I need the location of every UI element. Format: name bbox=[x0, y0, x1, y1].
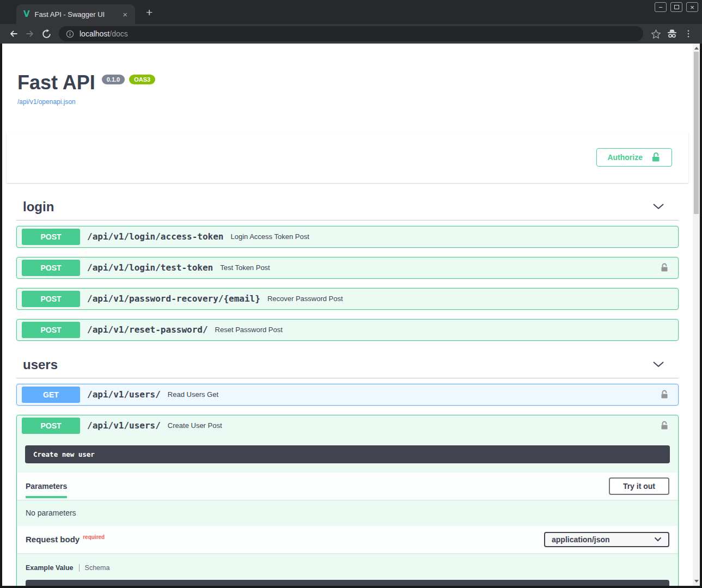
opblock-reset-password: POST /api/v1/reset-password/ Reset Passw… bbox=[16, 319, 679, 341]
scrollbar[interactable] bbox=[693, 44, 700, 586]
url-host: localhost bbox=[80, 29, 109, 38]
method-badge: POST bbox=[22, 418, 80, 434]
method-badge: POST bbox=[22, 322, 80, 338]
new-tab-button[interactable]: + bbox=[144, 7, 155, 18]
opblock-create-user: POST /api/v1/users/ Create User Post Cre… bbox=[16, 415, 679, 586]
operations-wrapper: login POST /api/v1/login/access-token Lo… bbox=[2, 194, 693, 586]
auth-lock-button[interactable] bbox=[660, 262, 669, 273]
reload-button[interactable] bbox=[38, 26, 54, 42]
kebab-menu-icon bbox=[683, 28, 693, 39]
auth-lock-button[interactable] bbox=[660, 389, 669, 400]
close-window-button[interactable]: × bbox=[686, 2, 698, 12]
media-type-select[interactable]: application/json bbox=[544, 532, 669, 547]
tag-title-users: users bbox=[23, 357, 58, 372]
no-parameters-text: No parameters bbox=[17, 500, 678, 526]
unlock-icon bbox=[660, 420, 669, 431]
request-body-header: Request bodyrequired application/json bbox=[17, 526, 678, 553]
endpoint-row[interactable]: POST /api/v1/password-recovery/{email} R… bbox=[17, 289, 678, 309]
tab-divider bbox=[79, 564, 80, 572]
tab-schema[interactable]: Schema bbox=[85, 564, 110, 572]
operation-body: Create new user Parameters Try it out No… bbox=[17, 445, 678, 586]
endpoint-row[interactable]: POST /api/v1/users/ Create User Post bbox=[17, 415, 678, 436]
endpoint-path: /api/v1/users/ bbox=[87, 389, 161, 400]
version-badge: 0.1.0 bbox=[102, 75, 125, 84]
endpoint-summary: Login Access Token Post bbox=[230, 232, 309, 241]
site-info-icon[interactable] bbox=[65, 29, 75, 39]
profile-button[interactable] bbox=[664, 26, 680, 42]
endpoint-row[interactable]: GET /api/v1/users/ Read Users Get bbox=[17, 384, 678, 405]
address-bar[interactable]: localhost/docs bbox=[59, 26, 643, 41]
opblock-login-test-token: POST /api/v1/login/test-token Test Token… bbox=[16, 257, 679, 279]
api-info: Fast API 0.1.0 OAS3 /api/v1/openapi.json bbox=[2, 44, 693, 106]
tab-close-icon[interactable]: × bbox=[120, 9, 130, 20]
method-badge: POST bbox=[22, 260, 80, 276]
endpoint-summary: Test Token Post bbox=[220, 264, 270, 272]
tab-title: Fast API - Swagger UI bbox=[35, 10, 116, 19]
unlock-icon bbox=[650, 152, 661, 163]
request-body-label: Request body bbox=[26, 535, 80, 544]
opblock-password-recovery: POST /api/v1/password-recovery/{email} R… bbox=[16, 288, 679, 310]
incognito-icon bbox=[666, 28, 678, 39]
browser-menu-button[interactable] bbox=[680, 26, 697, 42]
collapse-users-button[interactable] bbox=[645, 359, 672, 371]
scroll-down-arrow-icon[interactable] bbox=[694, 580, 699, 583]
tab-example-value[interactable]: Example Value bbox=[26, 564, 74, 572]
endpoint-path: /api/v1/login/access-token bbox=[87, 231, 223, 242]
opblock-read-users: GET /api/v1/users/ Read Users Get bbox=[16, 384, 679, 406]
tag-header-users[interactable]: users bbox=[16, 352, 679, 378]
openapi-spec-link[interactable]: /api/v1/openapi.json bbox=[17, 98, 76, 106]
endpoint-path: /api/v1/login/test-token bbox=[87, 262, 213, 273]
unlock-icon bbox=[660, 389, 669, 400]
endpoint-path: /api/v1/password-recovery/{email} bbox=[87, 293, 260, 304]
collapse-login-button[interactable] bbox=[645, 201, 672, 213]
method-badge: POST bbox=[22, 229, 80, 245]
minimize-button[interactable]: − bbox=[655, 2, 667, 12]
method-badge: POST bbox=[22, 291, 80, 307]
back-button[interactable] bbox=[5, 26, 22, 42]
bookmark-button[interactable] bbox=[648, 26, 664, 42]
endpoint-summary: Read Users Get bbox=[168, 390, 218, 399]
endpoint-row[interactable]: POST /api/v1/login/access-token Login Ac… bbox=[17, 226, 678, 247]
endpoint-path: /api/v1/reset-password/ bbox=[87, 324, 208, 335]
endpoint-summary: Reset Password Post bbox=[215, 326, 283, 334]
forward-button[interactable] bbox=[22, 26, 38, 42]
operation-description: Create new user bbox=[25, 445, 670, 463]
auth-lock-button[interactable] bbox=[660, 420, 669, 431]
media-type-value: application/json bbox=[552, 535, 610, 544]
endpoint-summary: Create User Post bbox=[168, 421, 222, 430]
scrollbar-thumb[interactable] bbox=[694, 52, 699, 214]
star-icon bbox=[651, 29, 661, 39]
fastapi-favicon-icon: V bbox=[23, 9, 30, 19]
tag-title-login: login bbox=[23, 199, 54, 215]
parameters-title: Parameters bbox=[26, 474, 67, 498]
scroll-up-arrow-icon[interactable] bbox=[694, 47, 699, 50]
required-flag: required bbox=[83, 534, 105, 540]
endpoint-row[interactable]: POST /api/v1/login/test-token Test Token… bbox=[17, 258, 678, 278]
reload-icon bbox=[41, 29, 52, 39]
browser-tab[interactable]: V Fast API - Swagger UI × bbox=[16, 4, 135, 24]
browser-toolbar: localhost/docs bbox=[0, 24, 702, 44]
forward-arrow-icon bbox=[25, 28, 35, 39]
endpoint-path: /api/v1/users/ bbox=[87, 420, 161, 431]
url-text: localhost/docs bbox=[80, 29, 128, 39]
swagger-content: Fast API 0.1.0 OAS3 /api/v1/openapi.json… bbox=[2, 44, 693, 586]
title-badges: 0.1.0 OAS3 bbox=[102, 75, 155, 84]
page-title: Fast API bbox=[17, 72, 95, 94]
authorize-button[interactable]: Authorize bbox=[596, 148, 672, 167]
endpoint-row[interactable]: POST /api/v1/reset-password/ Reset Passw… bbox=[17, 320, 678, 340]
model-example-section: Example Value Schema { bbox=[17, 553, 678, 586]
tag-header-login[interactable]: login bbox=[16, 194, 679, 220]
example-tabs: Example Value Schema bbox=[26, 564, 669, 572]
chevron-down-icon bbox=[654, 537, 662, 542]
browser-titlebar: V Fast API - Swagger UI × + − × bbox=[0, 0, 702, 24]
unlock-icon bbox=[660, 262, 669, 273]
opblock-login-access-token: POST /api/v1/login/access-token Login Ac… bbox=[16, 226, 679, 248]
scheme-container: Authorize bbox=[7, 132, 688, 183]
endpoint-summary: Recover Password Post bbox=[267, 295, 343, 303]
oas3-badge: OAS3 bbox=[129, 75, 155, 84]
try-it-out-button[interactable]: Try it out bbox=[609, 477, 669, 495]
parameters-header: Parameters Try it out bbox=[17, 473, 678, 500]
window-controls: − × bbox=[655, 2, 698, 12]
maximize-button[interactable] bbox=[670, 2, 682, 12]
url-path: /docs bbox=[109, 29, 127, 38]
